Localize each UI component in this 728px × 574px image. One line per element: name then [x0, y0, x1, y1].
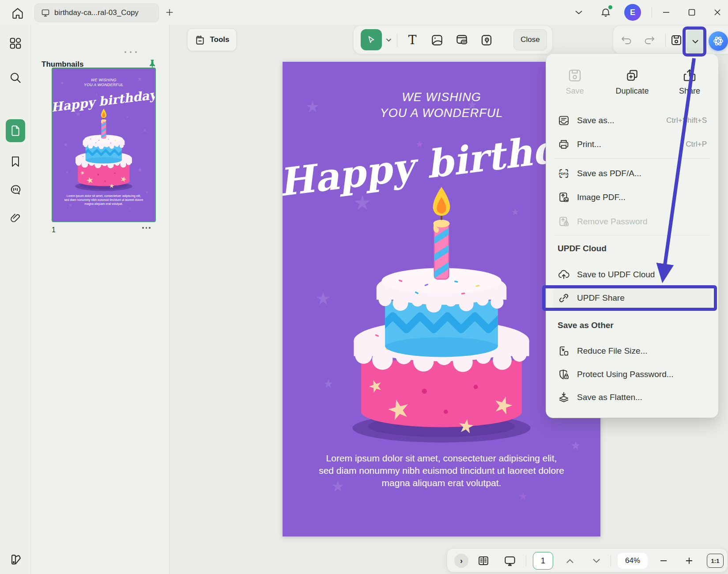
menu-item-updf-share[interactable]: UPDF Share: [553, 288, 711, 308]
home-button[interactable]: [10, 5, 26, 21]
save-button[interactable]: [669, 34, 684, 47]
menu-item-save-as-flatten[interactable]: Save as Flatten...: [553, 387, 711, 408]
menu-item-image-pdf[interactable]: Image PDF...: [553, 187, 711, 208]
maximize-button[interactable]: [684, 5, 699, 19]
card-body-text: Lorem ipsum dolor sit amet, consectetuer…: [318, 452, 565, 489]
link-tool-button[interactable]: [454, 33, 469, 48]
quick-share-button[interactable]: Share: [670, 67, 709, 96]
menu-item-save-as[interactable]: Save as... Ctrl+Shift+S: [553, 110, 711, 131]
sidebar-item-themes[interactable]: [0, 551, 31, 569]
floppy-icon: [566, 67, 583, 84]
menu-item-reduce-file-size[interactable]: Reduce File Size...: [553, 341, 711, 361]
notifications-button[interactable]: [599, 5, 613, 19]
page-number-input[interactable]: 1: [533, 552, 553, 570]
image-tool-button[interactable]: [430, 33, 445, 48]
notification-dot: [608, 5, 612, 9]
redo-button[interactable]: [642, 34, 656, 47]
comment-icon: [9, 184, 22, 197]
ai-assistant-button[interactable]: [709, 31, 728, 51]
menu-section-save-as-other: Save as Other: [558, 321, 614, 330]
image-tool-icon: [430, 34, 444, 47]
image-pdf-icon: [558, 191, 570, 204]
decor-star: ★: [315, 290, 331, 307]
svg-text:★: ★: [456, 414, 476, 438]
select-tool-button[interactable]: [361, 29, 382, 50]
menu-item-save-to-updf-cloud[interactable]: Save to UPDF Cloud: [553, 264, 711, 285]
sidebar-item-attachments[interactable]: [0, 209, 31, 227]
minimize-button[interactable]: [659, 5, 674, 19]
share-icon: [681, 67, 698, 84]
actual-size-button[interactable]: 1:1: [707, 554, 724, 568]
book-view-icon: [477, 555, 490, 567]
thumbnail-page-number: 1: [52, 226, 56, 234]
sidebar-item-thumbnails-active[interactable]: [6, 119, 25, 142]
close-document-button[interactable]: Close: [513, 29, 547, 50]
decor-star: ★: [145, 190, 149, 194]
plus-icon: [165, 8, 174, 17]
new-tab-button[interactable]: [163, 6, 176, 19]
monitor-icon: [41, 8, 50, 17]
undo-button[interactable]: [619, 34, 634, 47]
next-page-button[interactable]: [588, 549, 605, 573]
save-as-icon: [558, 114, 570, 127]
zoom-in-button[interactable]: [680, 549, 698, 573]
statusbar: › 1 64% 1:1: [447, 548, 728, 572]
close-window-button[interactable]: [710, 5, 725, 19]
search-icon: [9, 71, 22, 84]
toolbar-divider: [397, 34, 397, 47]
menu-item-print[interactable]: Print... Ctrl+P: [553, 134, 711, 155]
thumbnail-page-preview: ★ ★ ★ ★ ★ ★ ★ ★ ★ ★ ★ ★ ★ ★ ★ WE WISHING…: [53, 68, 155, 221]
avatar[interactable]: E: [624, 4, 641, 21]
sidebar-item-bookmarks[interactable]: [0, 153, 31, 170]
right-toolbar: [613, 25, 728, 54]
tools-button[interactable]: Tools: [187, 28, 237, 51]
printer-icon: [558, 138, 570, 151]
sidebar-item-grid[interactable]: [0, 34, 31, 52]
thumbnail-more-button[interactable]: [142, 227, 151, 229]
1to1-icon: 1:1: [711, 558, 720, 564]
cloud-upload-icon: [558, 268, 570, 281]
decor-star: ★: [570, 440, 581, 451]
zoom-level-value[interactable]: 64%: [618, 553, 648, 569]
collapse-statusbar-button[interactable]: ›: [453, 549, 469, 573]
text-tool-button[interactable]: T: [405, 33, 420, 48]
left-sidebar: [0, 25, 31, 574]
decor-star: ★: [518, 491, 528, 502]
text-tool-icon: T: [408, 34, 417, 46]
sidebar-item-comments[interactable]: [0, 181, 31, 199]
shield-lock-icon: [558, 368, 570, 381]
quick-duplicate-button[interactable]: Duplicate: [612, 67, 652, 96]
menu-divider: [554, 235, 710, 235]
presentation-icon: [503, 554, 517, 567]
chain-link-icon: [558, 292, 570, 304]
shortcut: Ctrl+Shift+S: [666, 116, 707, 125]
select-tool-chevron[interactable]: [385, 36, 392, 43]
tab-title: birthday-ca...ral-03_Copy: [54, 8, 139, 17]
menu-item-save-as-pdfa[interactable]: PDF/A Save as PDF/A...: [553, 163, 711, 184]
page-thumbnail[interactable]: ★ ★ ★ ★ ★ ★ ★ ★ ★ ★ ★ ★ ★ ★ ★ WE WISHING…: [52, 68, 156, 222]
save-options-chevron-button[interactable]: [687, 30, 704, 53]
svg-text:PDF/A: PDF/A: [559, 172, 569, 176]
thumbnails-panel: Thumbnails ★ ★ ★ ★ ★ ★ ★ ★ ★ ★ ★ ★ ★ ★ ★…: [31, 25, 170, 574]
zoom-out-button[interactable]: [655, 549, 672, 573]
chevron-down-icon: [575, 10, 583, 15]
ai-assistant-icon: [712, 34, 725, 48]
sidebar-item-search[interactable]: [0, 69, 31, 87]
panel-drag-handle[interactable]: [124, 51, 137, 53]
statusbar-divider: [611, 555, 611, 566]
titlebar: birthday-ca...ral-03_Copy E: [0, 0, 728, 25]
decor-star: ★: [128, 207, 132, 210]
save-options-menu: Save Duplicate Share Save as... Ctrl+Shi…: [546, 54, 718, 418]
previous-page-button[interactable]: [561, 549, 579, 573]
menu-item-protect-using-password[interactable]: Protect Using Password...: [553, 364, 711, 385]
page-layout-button[interactable]: [475, 549, 492, 573]
stamp-tool-button[interactable]: [479, 33, 494, 48]
bookmark-icon: [9, 155, 22, 168]
presentation-mode-button[interactable]: [500, 549, 520, 573]
toolbar-divider: [665, 34, 666, 47]
titlebar-collapse-button[interactable]: [572, 6, 585, 19]
statusbar-divider: [526, 555, 526, 566]
document-tab[interactable]: birthday-ca...ral-03_Copy: [34, 4, 159, 22]
toolbox-icon: [194, 34, 206, 45]
reduce-size-icon: [558, 345, 570, 357]
